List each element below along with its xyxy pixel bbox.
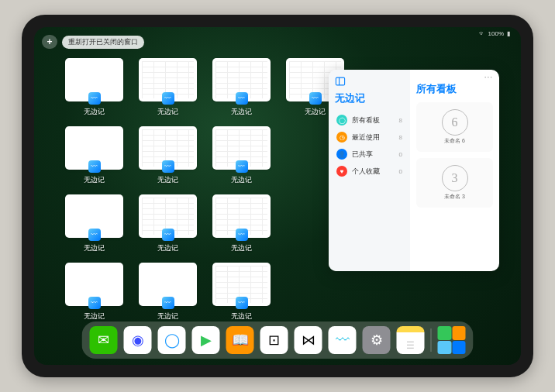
- app-label: 无边记: [157, 243, 178, 253]
- dock: ✉◉◯▶📖⊡⋈〰⚙☰: [82, 322, 474, 359]
- sidebar-item-label: 已共享: [352, 150, 373, 160]
- app-window[interactable]: 〰无边记: [65, 58, 123, 117]
- board-card[interactable]: 3未命名 3: [416, 158, 493, 208]
- play-icon[interactable]: ▶: [192, 326, 220, 354]
- freeform-app-icon: 〰: [162, 297, 174, 309]
- app-label: 无边记: [84, 107, 105, 117]
- quark-icon[interactable]: ◉: [124, 326, 152, 354]
- app-label: 无边记: [305, 107, 326, 117]
- freeform-app-icon: 〰: [162, 160, 174, 173]
- window-thumbnail[interactable]: 〰: [139, 126, 197, 170]
- svg-rect-0: [336, 77, 344, 85]
- sidebar-item-count: 8: [399, 134, 402, 141]
- app-label: 无边记: [84, 311, 105, 322]
- board-name: 未命名 3: [444, 193, 465, 201]
- sidebar-item-count: 0: [399, 151, 402, 158]
- board-sketch: 3: [442, 165, 468, 191]
- app-window[interactable]: 〰无边记: [139, 194, 197, 253]
- board-card[interactable]: 6未命名 6: [416, 102, 493, 152]
- freeform-app-icon: 〰: [236, 160, 248, 173]
- app-label: 无边记: [231, 175, 252, 185]
- app-label: 无边记: [231, 311, 252, 322]
- wechat-icon[interactable]: ✉: [90, 326, 118, 354]
- qqbrowser-icon[interactable]: ◯: [158, 326, 186, 354]
- screen: ᯤ 100% ▮ + 重新打开已关闭的窗口 〰无边记〰无边记〰无边记〰无边记〰无…: [34, 27, 521, 365]
- sidebar-item[interactable]: 👤已共享0: [335, 146, 404, 163]
- battery-label: 100%: [488, 30, 504, 37]
- board-name: 未命名 6: [444, 137, 465, 145]
- app-window[interactable]: 〰无边记: [212, 194, 271, 253]
- sidebar-toggle-icon[interactable]: [335, 76, 346, 87]
- connect-icon[interactable]: ⋈: [295, 326, 322, 354]
- freeform-app-icon: 〰: [88, 297, 101, 309]
- reopen-closed-window-button[interactable]: 重新打开已关闭的窗口: [62, 36, 144, 49]
- settings-icon[interactable]: ⚙: [363, 326, 391, 354]
- freeform-app-icon: 〰: [162, 92, 174, 105]
- app-window[interactable]: 〰无边记: [212, 126, 271, 185]
- app-window[interactable]: 〰无边记: [65, 263, 123, 322]
- sidebar-item-label: 所有看板: [352, 115, 380, 126]
- app-library-icon[interactable]: [438, 326, 466, 354]
- freeform-popup: 无边记 ◯所有看板8◷最近使用8👤已共享0♥个人收藏0 ··· 所有看板 6未命…: [329, 70, 499, 271]
- status-bar: ᯤ 100% ▮: [479, 30, 510, 37]
- app-label: 无边记: [231, 243, 252, 253]
- more-icon[interactable]: ···: [484, 73, 493, 81]
- dice-icon[interactable]: ⊡: [260, 326, 288, 354]
- freeform-app-icon: 〰: [236, 297, 248, 309]
- popup-sidebar: 无边记 ◯所有看板8◷最近使用8👤已共享0♥个人收藏0: [329, 70, 410, 271]
- new-window-button[interactable]: +: [42, 35, 57, 49]
- window-thumbnail[interactable]: 〰: [65, 126, 123, 170]
- window-thumbnail[interactable]: 〰: [65, 194, 123, 238]
- sidebar-item[interactable]: ◯所有看板8: [335, 112, 404, 129]
- sidebar-item[interactable]: ◷最近使用8: [335, 129, 404, 146]
- sidebar-item[interactable]: ♥个人收藏0: [335, 163, 404, 180]
- app-switcher-grid: 〰无边记〰无边记〰无边记〰无边记〰无边记〰无边记〰无边记〰无边记〰无边记〰无边记…: [65, 58, 344, 322]
- app-window[interactable]: 〰无边记: [212, 58, 271, 117]
- wifi-icon: ᯤ: [479, 30, 485, 37]
- freeform-app-icon: 〰: [88, 160, 101, 173]
- app-window[interactable]: 〰无边记: [139, 58, 197, 117]
- freeform-app-icon: 〰: [236, 229, 248, 241]
- app-window[interactable]: 〰无边记: [212, 263, 271, 322]
- sidebar-item-label: 个人收藏: [352, 167, 380, 177]
- red-icon: ♥: [336, 166, 347, 177]
- window-thumbnail[interactable]: 〰: [139, 263, 197, 306]
- app-label: 无边记: [157, 107, 178, 117]
- app-window[interactable]: 〰无边记: [65, 126, 123, 185]
- app-label: 无边记: [157, 175, 178, 185]
- teal-icon: ◯: [336, 115, 347, 126]
- freeform-app-icon: 〰: [236, 92, 248, 105]
- app-window[interactable]: 〰无边记: [139, 263, 197, 322]
- popup-title: 无边记: [335, 91, 404, 105]
- sidebar-item-label: 最近使用: [352, 132, 380, 143]
- blue-icon: 👤: [336, 149, 347, 160]
- ipad-frame: ᯤ 100% ▮ + 重新打开已关闭的窗口 〰无边记〰无边记〰无边记〰无边记〰无…: [22, 15, 533, 377]
- app-window[interactable]: 〰无边记: [65, 194, 123, 253]
- orange-icon: ◷: [336, 132, 347, 143]
- board-sketch: 6: [442, 109, 468, 136]
- window-thumbnail[interactable]: 〰: [65, 263, 123, 306]
- window-thumbnail[interactable]: 〰: [212, 58, 271, 101]
- freeform-app-icon: 〰: [162, 229, 174, 241]
- window-thumbnail[interactable]: 〰: [65, 58, 123, 101]
- sidebar-item-count: 0: [399, 168, 402, 175]
- books-icon[interactable]: 📖: [226, 326, 254, 354]
- top-controls: + 重新打开已关闭的窗口: [42, 35, 144, 49]
- window-thumbnail[interactable]: 〰: [139, 58, 197, 101]
- freeform-icon[interactable]: 〰: [329, 326, 357, 354]
- window-thumbnail[interactable]: 〰: [212, 194, 271, 238]
- dock-separator: [431, 328, 432, 352]
- window-thumbnail[interactable]: 〰: [139, 194, 197, 238]
- popup-content: ··· 所有看板 6未命名 63未命名 3: [410, 70, 499, 271]
- window-thumbnail[interactable]: 〰: [212, 126, 271, 170]
- freeform-app-icon: 〰: [309, 92, 322, 105]
- freeform-app-icon: 〰: [88, 229, 101, 241]
- sidebar-item-count: 8: [399, 117, 402, 124]
- window-thumbnail[interactable]: 〰: [212, 263, 271, 306]
- popup-right-title: 所有看板: [416, 82, 493, 96]
- app-label: 无边记: [157, 311, 178, 322]
- app-window[interactable]: 〰无边记: [139, 126, 197, 185]
- app-label: 无边记: [84, 175, 105, 185]
- app-label: 无边记: [231, 107, 252, 117]
- notes-icon[interactable]: ☰: [397, 326, 425, 354]
